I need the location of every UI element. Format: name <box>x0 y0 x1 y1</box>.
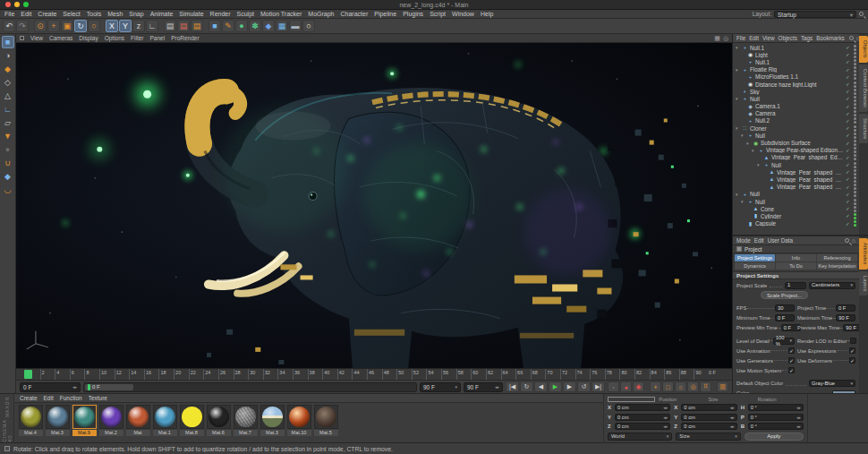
material-swatch[interactable]: Mat.9 <box>72 405 97 436</box>
object-name[interactable]: Null.1 <box>755 59 844 65</box>
object-name[interactable]: Cylinder <box>761 213 844 219</box>
gizmo-icon[interactable]: ◎ <box>723 35 728 42</box>
palette-tool[interactable]: △ <box>2 90 14 102</box>
menu-item[interactable]: Plugins <box>403 11 423 17</box>
visibility-dots[interactable] <box>854 89 857 95</box>
object-name[interactable]: Vintage Pear-shaped Edison Light Bulb.ob… <box>766 147 844 153</box>
object-enabled-check[interactable]: ✓ <box>846 104 852 109</box>
menu-item[interactable]: Create <box>38 11 56 17</box>
object-tree-row[interactable]: ▾ + Null ✓ <box>733 132 859 139</box>
object-enabled-check[interactable]: ✓ <box>846 59 852 64</box>
size-x-field[interactable]: 0 cm◂▸ <box>681 404 736 411</box>
visibility-dots[interactable] <box>854 96 857 102</box>
toolbar-tool[interactable]: ▤ <box>177 20 190 32</box>
expand-toggle-icon[interactable]: ▾ <box>736 67 740 73</box>
toolbar-tool[interactable]: z <box>132 20 145 32</box>
range-end-dropdown[interactable]: 90 F▾ <box>420 382 461 392</box>
viewport-menu-item[interactable]: Display <box>79 35 98 41</box>
object-enabled-check[interactable]: ✓ <box>846 89 852 94</box>
menu-item[interactable]: Character <box>341 11 369 17</box>
object-tree-row[interactable]: ◐ Sky ✓ <box>733 88 859 95</box>
position-y-field[interactable]: 0 cm◂▸ <box>615 414 670 421</box>
menu-item[interactable]: Render <box>210 11 231 17</box>
attribute-tab[interactable]: Dynamics <box>735 262 775 270</box>
palette-tool[interactable]: ■ <box>2 36 14 48</box>
record-button[interactable]: ◎ <box>687 381 699 392</box>
transport-button[interactable]: ▶| <box>591 381 605 392</box>
visibility-dots[interactable] <box>854 117 857 124</box>
palette-tool[interactable]: ◡ <box>2 184 14 196</box>
object-tree-row[interactable]: ▲ Vintage_Pear_shaped_Edison_Light_Bulb_… <box>733 154 859 161</box>
toolbar-tool[interactable]: ■ <box>208 20 221 32</box>
object-enabled-check[interactable]: ✓ <box>846 155 852 160</box>
object-enabled-check[interactable]: ✓ <box>846 111 852 116</box>
menu-item[interactable]: File <box>4 11 14 17</box>
menu-item[interactable]: Select <box>63 11 80 17</box>
rotation-b-field[interactable]: 0 °◂▸ <box>748 423 804 430</box>
palette-tool[interactable]: ● <box>2 143 14 156</box>
use-expressions-checkbox[interactable]: ✓ <box>849 347 855 354</box>
visibility-dots[interactable] <box>854 154 857 160</box>
record-button[interactable] <box>645 381 649 392</box>
material-menu-item[interactable]: Texture <box>89 395 107 401</box>
transport-button[interactable]: ◀ <box>534 381 548 392</box>
record-button[interactable]: ⠿ <box>700 381 711 392</box>
toolbar-tool[interactable]: ↻ <box>74 20 87 32</box>
minimum-time-field[interactable]: 0 F <box>775 314 795 321</box>
om-menu-item[interactable]: View <box>762 35 775 41</box>
size-z-field[interactable]: 0 cm◂▸ <box>681 423 736 430</box>
material-swatch[interactable]: Mat.8 <box>179 405 204 436</box>
transport-button[interactable]: ↺ <box>577 381 591 392</box>
material-menu-item[interactable]: Create <box>20 395 38 401</box>
object-tree-row[interactable]: ▮ Cylinder ✓ <box>733 212 859 219</box>
object-name[interactable]: Camera <box>755 110 844 116</box>
menu-item[interactable]: Animate <box>150 11 174 17</box>
record-button[interactable]: ○ <box>675 381 686 392</box>
toolbar-tool[interactable]: ● <box>235 20 248 32</box>
object-enabled-check[interactable]: ✓ <box>846 118 852 124</box>
visibility-dots[interactable] <box>854 125 857 132</box>
palette-tool[interactable]: ◆ <box>2 170 14 183</box>
object-tree-row[interactable]: ▾ + Null ✓ <box>733 191 859 198</box>
visibility-dots[interactable] <box>854 133 857 139</box>
menu-item[interactable]: Script <box>430 11 446 17</box>
object-name[interactable]: Sky <box>750 89 844 95</box>
object-name[interactable]: Null <box>755 133 844 139</box>
visibility-dots[interactable] <box>854 191 857 197</box>
transport-button[interactable]: ↻ <box>520 381 533 392</box>
attr-side-tab[interactable]: Attributes <box>859 238 868 270</box>
visibility-dots[interactable] <box>854 59 857 65</box>
record-button[interactable]: ◦ <box>608 381 619 392</box>
material-swatch[interactable]: Mat.10 <box>286 405 311 436</box>
object-tree-row[interactable]: ▾ ◉ Subdivision Surface ✓ <box>733 139 859 146</box>
attribute-tab[interactable]: Key Interpolation <box>817 262 857 270</box>
project-scale-unit-dropdown[interactable]: Centimeters▾ <box>809 282 855 289</box>
object-name[interactable]: Vintage_Pear_shaped_Edison_Light_Bulb_sc… <box>771 154 844 160</box>
visibility-dots[interactable] <box>854 45 857 51</box>
attribute-tab[interactable]: Project Settings <box>735 254 775 261</box>
visibility-dots[interactable] <box>854 103 857 109</box>
material-swatch[interactable]: Mat.7 <box>233 405 258 436</box>
viewport-menu-item[interactable]: Panel <box>150 35 166 41</box>
expand-toggle-icon[interactable]: ▾ <box>741 199 745 204</box>
material-swatch[interactable]: Mat.4 <box>18 405 43 436</box>
toolbar-tool[interactable]: ✎ <box>222 20 234 32</box>
maximum-time-field[interactable]: 90 F <box>836 314 855 321</box>
object-tree-row[interactable]: ▾ ∷ Cloner ✓ <box>733 124 859 132</box>
preview-max-field[interactable]: 90 F <box>843 324 859 331</box>
timeline-playhead[interactable] <box>24 370 32 379</box>
viewport-panel-icon[interactable] <box>20 36 24 40</box>
visibility-dots[interactable] <box>854 110 857 116</box>
object-enabled-check[interactable]: ✓ <box>846 192 852 197</box>
palette-tool[interactable]: ▱ <box>2 116 14 129</box>
object-enabled-check[interactable]: ✓ <box>846 67 852 73</box>
project-time-field[interactable]: 0 F <box>836 304 855 312</box>
toolbar-tool[interactable]: Y <box>119 20 132 32</box>
expand-toggle-icon[interactable]: ▾ <box>741 133 745 138</box>
object-enabled-check[interactable]: ✓ <box>846 213 852 218</box>
object-enabled-check[interactable]: ✓ <box>846 45 852 50</box>
expand-toggle-icon[interactable]: ▾ <box>736 45 740 50</box>
material-menu-item[interactable]: Edit <box>44 395 54 401</box>
attr-side-tab[interactable]: Layers <box>859 271 868 296</box>
toolbar-tool[interactable]: ▤ <box>164 20 176 32</box>
